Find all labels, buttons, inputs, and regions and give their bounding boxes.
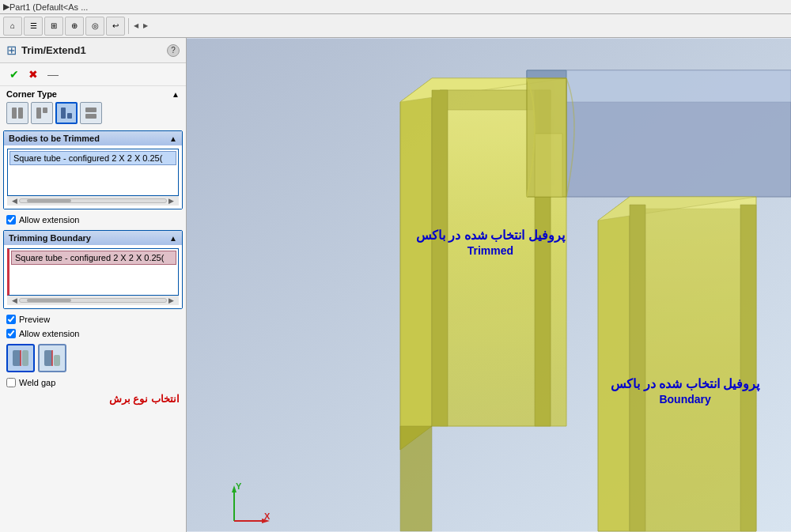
annotation-trimmed-fa: پروفیل انتخاب شده در باکس bbox=[416, 228, 565, 243]
svg-marker-34 bbox=[400, 426, 432, 531]
svg-text:Y: Y bbox=[236, 481, 242, 491]
breadcrumb-bar: ▶ Part1 (Default<As ... bbox=[0, 0, 791, 14]
cancel-button[interactable]: ✖ bbox=[25, 66, 41, 82]
breadcrumb-arrow: ▶ bbox=[3, 2, 9, 12]
corner-btn-2[interactable] bbox=[31, 102, 53, 124]
allow-extension-1-label: Allow extension bbox=[19, 215, 79, 224]
svg-rect-0 bbox=[12, 108, 17, 119]
svg-rect-6 bbox=[85, 108, 97, 112]
svg-rect-7 bbox=[85, 114, 97, 119]
panel-title: Trim/Extend1 bbox=[21, 44, 86, 56]
allow-extension-2-row: Allow extension bbox=[0, 326, 186, 341]
corner-type-collapse[interactable]: ▲ bbox=[172, 90, 180, 99]
help-button[interactable]: ? bbox=[167, 44, 180, 57]
svg-marker-30 bbox=[740, 205, 756, 531]
trimming-section-header[interactable]: Trimming Boundary ▲ bbox=[4, 231, 182, 245]
svg-rect-4 bbox=[61, 108, 66, 119]
toolbar: ⌂ ☰ ⊞ ⊕ ◎ ↩ ◀ ▶ bbox=[0, 14, 791, 38]
svg-rect-12 bbox=[54, 355, 60, 366]
allow-extension-1-row: Allow extension bbox=[0, 213, 186, 227]
toolbar-target-btn[interactable]: ⊕ bbox=[65, 17, 84, 36]
svg-marker-27 bbox=[598, 197, 630, 531]
corner-btn-1[interactable] bbox=[6, 102, 28, 124]
bodies-scroll-track[interactable] bbox=[19, 198, 167, 203]
annotation-boundary-fa: پروفیل انتخاب شده در باکس bbox=[611, 376, 759, 391]
allow-extension-2-checkbox[interactable] bbox=[6, 329, 16, 338]
svg-rect-8 bbox=[13, 350, 21, 366]
weld-gap-checkbox[interactable] bbox=[6, 378, 16, 387]
main-area: ⊞ Trim/Extend1 ? ✔ ✖ — Corner Type ▲ bbox=[0, 38, 791, 532]
trimming-scroll-right[interactable]: ▶ bbox=[167, 296, 176, 304]
svg-rect-9 bbox=[22, 350, 28, 366]
annotation-boundary-en: Boundary bbox=[611, 393, 759, 406]
toolbar-home-btn[interactable]: ⌂ bbox=[3, 17, 22, 36]
svg-marker-24 bbox=[432, 90, 448, 426]
toolbar-circle-btn[interactable]: ◎ bbox=[85, 17, 104, 36]
bodies-section-header[interactable]: Bodies to be Trimmed ▲ bbox=[4, 131, 182, 145]
bodies-scroll-right[interactable]: ▶ bbox=[167, 197, 176, 205]
preview-label: Preview bbox=[19, 315, 50, 324]
corner-btn-3[interactable] bbox=[55, 102, 78, 124]
toolbar-grid-btn[interactable]: ⊞ bbox=[44, 17, 63, 36]
toolbar-list-btn[interactable]: ☰ bbox=[24, 17, 43, 36]
weld-gap-label: Weld gap bbox=[19, 378, 55, 387]
svg-rect-3 bbox=[43, 108, 47, 113]
toolbar-right-arrow[interactable]: ▶ bbox=[142, 21, 149, 31]
svg-text:X: X bbox=[264, 511, 271, 521]
breadcrumb-text: Part1 (Default<As ... bbox=[9, 2, 88, 12]
bodies-list-item[interactable]: Square tube - configured 2 X 2 X 0.25( bbox=[9, 151, 176, 165]
weld-gap-row: Weld gap bbox=[0, 375, 186, 390]
trimming-scroll-track[interactable] bbox=[19, 298, 167, 303]
svg-rect-2 bbox=[36, 108, 41, 119]
selection-type-label: انتخاب نوع برش bbox=[0, 390, 186, 408]
annotation-trimmed: پروفیل انتخاب شده در باکس Trimmed bbox=[416, 228, 565, 257]
preview-row: Preview bbox=[0, 312, 186, 326]
bodies-scroll-thumb bbox=[27, 199, 71, 202]
svg-marker-33 bbox=[535, 134, 562, 197]
trim-icon-row bbox=[0, 341, 186, 375]
corner-type-label: Corner Type ▲ bbox=[6, 89, 180, 99]
allow-extension-2-label: Allow extension bbox=[19, 329, 79, 338]
preview-checkbox[interactable] bbox=[6, 315, 16, 324]
svg-marker-29 bbox=[630, 205, 645, 531]
annotation-boundary: پروفیل انتخاب شده در باکس Boundary bbox=[611, 376, 759, 406]
bodies-scroll-area: ◀ ▶ bbox=[7, 196, 179, 206]
svg-rect-11 bbox=[44, 350, 52, 366]
trimming-scroll-area: ◀ ▶ bbox=[7, 296, 179, 305]
toolbar-undo-btn[interactable]: ↩ bbox=[106, 17, 125, 36]
svg-rect-5 bbox=[67, 113, 72, 119]
bodies-scroll-left[interactable]: ◀ bbox=[10, 197, 19, 205]
left-panel: ⊞ Trim/Extend1 ? ✔ ✖ — Corner Type ▲ bbox=[0, 38, 187, 532]
bodies-section-content: Square tube - configured 2 X 2 X 0.25( ◀… bbox=[4, 145, 182, 209]
bodies-collapse-icon: ▲ bbox=[169, 134, 177, 143]
trim-icon-btn-1[interactable] bbox=[6, 344, 35, 372]
toolbar-separator bbox=[128, 18, 129, 34]
svg-marker-20 bbox=[400, 78, 432, 450]
annotation-trimmed-en: Trimmed bbox=[416, 244, 565, 257]
corner-type-section: Corner Type ▲ bbox=[0, 86, 186, 127]
allow-extension-1-checkbox[interactable] bbox=[6, 215, 16, 224]
trimming-scroll-left[interactable]: ◀ bbox=[10, 296, 19, 304]
trimming-section-content: Square tube - configured 2 X 2 X 0.25( ◀… bbox=[4, 245, 182, 308]
trimming-list[interactable]: Square tube - configured 2 X 2 X 0.25( bbox=[7, 248, 179, 296]
toolbar-left-arrow[interactable]: ◀ bbox=[132, 21, 140, 31]
bodies-section: Bodies to be Trimmed ▲ Square tube - con… bbox=[3, 130, 183, 209]
corner-btn-4[interactable] bbox=[80, 102, 102, 124]
panel-header: ⊞ Trim/Extend1 ? bbox=[0, 38, 186, 63]
trimming-collapse-icon: ▲ bbox=[169, 234, 177, 243]
svg-marker-31 bbox=[645, 209, 740, 531]
action-bar: ✔ ✖ — bbox=[0, 63, 186, 86]
pin-button[interactable]: — bbox=[44, 66, 62, 82]
corner-buttons bbox=[6, 102, 180, 124]
bodies-list[interactable]: Square tube - configured 2 X 2 X 0.25( bbox=[7, 149, 179, 196]
trimming-scroll-thumb bbox=[27, 299, 71, 302]
viewport[interactable]: Y X پروفیل انتخاب شده در باکس Trimmed پر… bbox=[187, 38, 791, 532]
trim-icon-btn-2[interactable] bbox=[38, 344, 66, 372]
trimming-list-item[interactable]: Square tube - configured 2 X 2 X 0.25( bbox=[11, 251, 176, 265]
panel-icon: ⊞ bbox=[6, 43, 17, 58]
ok-button[interactable]: ✔ bbox=[6, 66, 22, 82]
trimming-section: Trimming Boundary ▲ Square tube - config… bbox=[3, 230, 183, 309]
svg-rect-1 bbox=[18, 108, 23, 119]
